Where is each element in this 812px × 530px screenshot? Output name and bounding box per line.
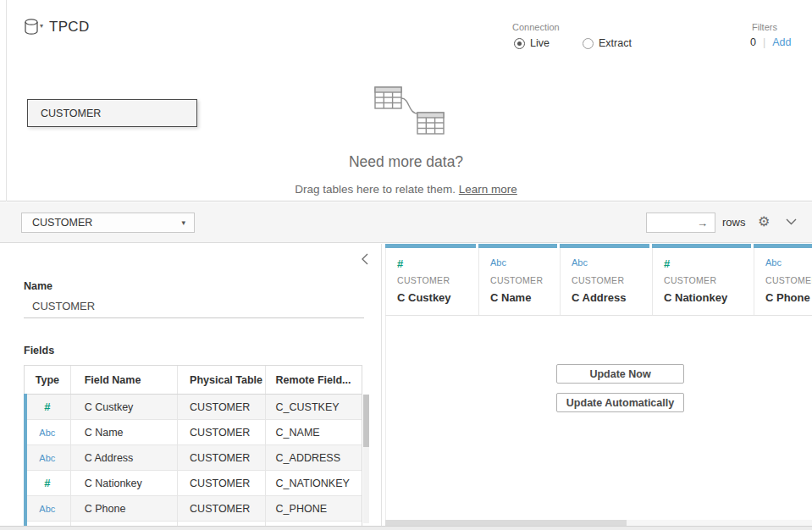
number-type-icon: #	[25, 395, 71, 419]
empty-hint-text: Drag tables here to relate them.	[295, 183, 456, 196]
string-type-icon: Abc	[490, 257, 560, 271]
relate-tables-illustration-icon	[373, 84, 449, 136]
table-select-value: CUSTOMER	[32, 217, 92, 229]
cell-remote-field: C_NAME	[266, 420, 362, 444]
string-type-icon: Abc	[25, 420, 71, 444]
cell-field-name[interactable]: C Address	[71, 445, 178, 470]
radio-extract-icon[interactable]	[583, 38, 594, 49]
number-type-icon: #	[25, 471, 71, 495]
scrollbar-thumb[interactable]	[363, 395, 369, 447]
grid-column-c-nationkey[interactable]: # CUSTOMER C Nationkey	[652, 244, 754, 304]
table-row[interactable]: # C Custkey CUSTOMER C_CUSTKEY	[25, 395, 362, 420]
table-row[interactable]: Abc C Name CUSTOMER C_NAME	[25, 420, 362, 445]
name-label: Name	[24, 280, 52, 292]
table-row[interactable]: Abc C Phone CUSTOMER C_PHONE	[25, 496, 362, 522]
grid-column-c-custkey[interactable]: # CUSTOMER C Custkey	[385, 244, 478, 304]
filters-row: 0 | Add	[750, 36, 791, 48]
column-table-name: CUSTOMER	[572, 275, 652, 285]
grid-horizontal-scrollbar[interactable]	[385, 520, 812, 526]
column-table-name: CUSTOMER	[490, 275, 560, 285]
cell-remote-field: C_CUSTKEY	[266, 395, 362, 419]
string-type-icon: Abc	[572, 257, 652, 271]
column-separator	[652, 248, 653, 315]
cell-field-name[interactable]: C Nationkey	[71, 471, 178, 495]
column-field-name[interactable]: C Address	[572, 291, 652, 304]
data-preview-grid: # CUSTOMER C Custkey Abc CUSTOMER C Name…	[383, 244, 812, 526]
column-separator	[754, 248, 754, 315]
cell-field-name[interactable]: C Phone	[71, 496, 178, 521]
chevron-down-icon[interactable]	[786, 218, 797, 225]
dropdown-caret-icon: ▾	[181, 218, 185, 227]
cell-physical-table: CUSTOMER	[178, 471, 266, 495]
column-table-name: CUSTOMER	[765, 275, 812, 285]
cell-physical-table: CUSTOMER	[178, 496, 266, 521]
table-row[interactable]: # C Nationkey CUSTOMER C_NATIONKEY	[25, 471, 362, 496]
canvas-left-border	[6, 0, 7, 202]
table-row[interactable]: Abc C Address CUSTOMER C_ADDRESS	[25, 445, 362, 471]
collapse-panel-icon[interactable]	[362, 253, 368, 265]
learn-more-link[interactable]: Learn more	[459, 183, 517, 196]
column-table-name: CUSTOMER	[664, 275, 754, 285]
cell-remote-field: C_ADDRESS	[266, 445, 362, 470]
datasource-toolbar: CUSTOMER ▾ → rows ⚙	[0, 202, 812, 243]
grid-column-c-phone[interactable]: Abc CUSTOMER C Phone	[754, 244, 812, 304]
fields-table-header: Type Field Name Physical Table Remote Fi…	[25, 366, 362, 395]
filters-count: 0	[750, 36, 756, 48]
table-select-dropdown[interactable]: CUSTOMER ▾	[21, 213, 195, 233]
col-header-remote-field[interactable]: Remote Field...	[266, 366, 362, 394]
grid-header-border	[385, 315, 812, 316]
filters-label: Filters	[752, 22, 777, 32]
column-field-name[interactable]: C Name	[490, 291, 560, 304]
column-field-name[interactable]: C Nationkey	[664, 291, 754, 304]
fields-table: Type Field Name Physical Table Remote Fi…	[24, 365, 362, 526]
cell-field-name[interactable]: C Name	[71, 420, 178, 444]
string-type-icon: Abc	[25, 445, 71, 470]
window-bottom-strip	[0, 526, 812, 530]
radio-live[interactable]: Live	[514, 37, 550, 49]
grid-column-c-name[interactable]: Abc CUSTOMER C Name	[478, 244, 560, 304]
empty-state-hint: Drag tables here to relate them. Learn m…	[0, 183, 812, 196]
tableau-datasource-page: ▾ TPCD Connection Live Extract Filters 0…	[0, 0, 812, 530]
gear-icon[interactable]: ⚙	[758, 213, 770, 229]
name-input[interactable]: CUSTOMER	[32, 300, 95, 312]
canvas-table-label: CUSTOMER	[41, 108, 101, 119]
cell-remote-field: C_PHONE	[266, 496, 362, 521]
grid-column-c-address[interactable]: Abc CUSTOMER C Address	[560, 244, 652, 304]
datasource-title[interactable]: TPCD	[49, 19, 89, 36]
table-details-panel: Name CUSTOMER Fields Type Field Name Phy…	[0, 244, 382, 526]
col-header-type[interactable]: Type	[25, 366, 71, 394]
column-field-name[interactable]: C Custkey	[397, 291, 478, 304]
filters-add-link[interactable]: Add	[772, 36, 791, 48]
canvas-table-customer[interactable]: CUSTOMER	[27, 99, 197, 127]
update-now-button[interactable]: Update Now	[556, 364, 684, 384]
number-type-icon: #	[397, 257, 478, 271]
rows-go-arrow-icon[interactable]: →	[697, 217, 708, 229]
rows-label: rows	[722, 216, 745, 229]
number-type-icon: #	[664, 257, 754, 271]
cell-field-name[interactable]: C Custkey	[71, 395, 178, 419]
column-field-name[interactable]: C Phone	[765, 291, 812, 304]
fields-table-scrollbar[interactable]	[363, 395, 369, 523]
database-menu-caret-icon[interactable]: ▾	[40, 22, 43, 30]
rows-count-input[interactable]: →	[646, 213, 715, 233]
column-table-name: CUSTOMER	[397, 275, 478, 285]
update-automatically-button[interactable]: Update Automatically	[556, 393, 684, 412]
col-header-field-name[interactable]: Field Name	[71, 366, 178, 394]
name-input-underline	[24, 317, 364, 318]
connection-label: Connection	[512, 22, 560, 32]
radio-extract[interactable]: Extract	[583, 37, 632, 49]
column-separator	[478, 248, 479, 315]
cell-physical-table: CUSTOMER	[178, 395, 266, 419]
fields-label: Fields	[24, 345, 54, 356]
fields-table-selection-bar	[24, 394, 27, 526]
string-type-icon: Abc	[765, 257, 812, 271]
scrollbar-thumb[interactable]	[385, 520, 627, 526]
col-header-physical-table[interactable]: Physical Table	[178, 366, 266, 394]
radio-extract-label: Extract	[599, 37, 632, 49]
empty-state-title: Need more data?	[0, 153, 812, 171]
radio-live-icon[interactable]	[514, 38, 525, 49]
radio-live-label: Live	[530, 37, 550, 49]
cell-physical-table: CUSTOMER	[178, 445, 266, 470]
cell-physical-table: CUSTOMER	[178, 420, 266, 444]
cell-remote-field: C_NATIONKEY	[266, 471, 362, 495]
